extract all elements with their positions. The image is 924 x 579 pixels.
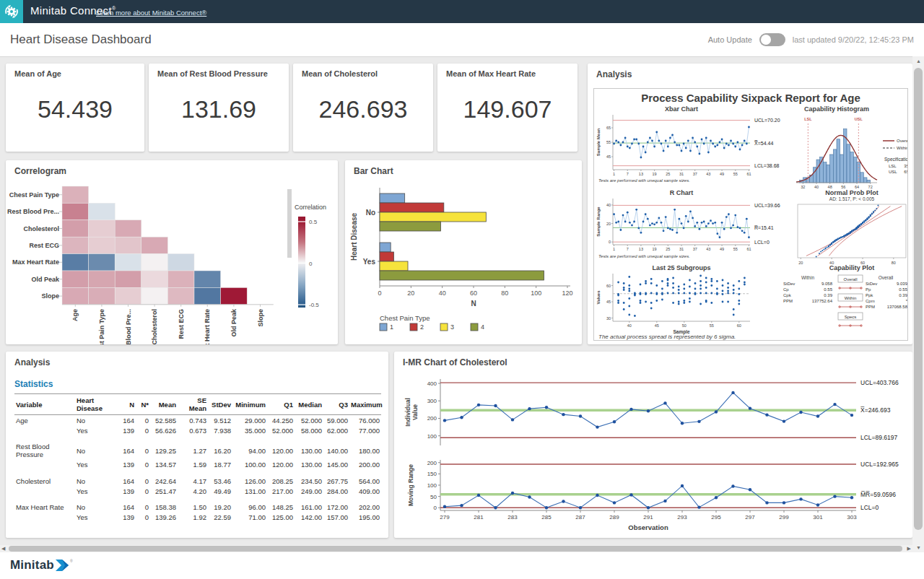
svg-text:3: 3 [450, 323, 454, 331]
svg-text:35: 35 [904, 164, 907, 168]
svg-text:Specifications: Specifications [884, 157, 907, 162]
last-updated-text: last updated 9/20/22, 12:45:23 PM [793, 35, 914, 44]
table-row: Yes1390134.571.5918.77100.00120.00130.00… [14, 460, 381, 470]
svg-text:Cholesterol: Cholesterol [23, 225, 59, 232]
stats-cell: 164 [118, 470, 136, 487]
vertical-scroll-thumb[interactable] [914, 68, 923, 530]
stats-col-header: N [118, 394, 136, 415]
svg-text:37: 37 [693, 247, 697, 251]
svg-text:32: 32 [801, 185, 805, 189]
stats-cell: 100.00 [232, 460, 267, 470]
svg-text:0: 0 [609, 240, 611, 244]
learn-more-link[interactable]: Learn more about Minitab Connect® [96, 9, 206, 17]
stats-cell: 76.000 [349, 415, 381, 426]
svg-text:297: 297 [745, 514, 755, 521]
stats-cell: 56.626 [150, 425, 178, 435]
svg-text:Chest Pain Type: Chest Pain Type [98, 309, 105, 344]
svg-text:Slope: Slope [41, 292, 59, 300]
svg-text:Rest ECG: Rest ECG [178, 309, 185, 339]
kpi-title: Mean of Rest Blood Pressure [157, 69, 268, 78]
svg-text:50: 50 [682, 323, 687, 328]
stats-cell: 242.64 [150, 470, 178, 487]
stats-cell: 16.20 [208, 435, 232, 460]
table-row: Rest Blood PressureNo1640129.251.2716.20… [14, 435, 381, 460]
svg-text:0: 0 [309, 261, 313, 267]
svg-text:0: 0 [434, 505, 437, 511]
svg-text:301: 301 [813, 514, 823, 521]
kpi-title: Mean of Max Heart Rate [446, 69, 536, 78]
svg-text:400: 400 [427, 380, 437, 387]
sixpack-title: Process Capability Sixpack Report for Ag… [594, 89, 907, 105]
svg-text:Within: Within [801, 275, 814, 280]
stats-cell: 0 [136, 435, 150, 460]
svg-text:R Chart: R Chart [670, 189, 694, 196]
svg-text:100: 100 [531, 290, 541, 297]
stats-col-header: Q1 [267, 394, 295, 415]
toggle-knob [761, 35, 771, 45]
svg-text:Capability Histogram: Capability Histogram [804, 105, 869, 113]
stats-cell: 234.50 [295, 470, 323, 487]
svg-text:283: 283 [507, 514, 518, 521]
svg-text:100: 100 [427, 433, 437, 440]
svg-text:Correlation: Correlation [295, 204, 326, 211]
svg-text:Overall: Overall [897, 139, 907, 143]
svg-text:60: 60 [606, 284, 611, 288]
panel-title: Analysis [596, 69, 632, 79]
stats-cell: 77.000 [349, 425, 381, 435]
svg-text:25: 25 [666, 172, 670, 176]
scroll-up-arrow[interactable]: ▲ [916, 58, 921, 64]
table-row: Yes1390251.474.2049.49131.00217.00249.00… [14, 486, 381, 496]
horizontal-scrollbar[interactable]: ◀ ▶ [0, 545, 912, 552]
stats-cell: 1.92 [178, 513, 208, 523]
auto-update-toggle[interactable] [759, 33, 785, 46]
stats-cell: 0 [136, 513, 150, 523]
svg-text:0.55: 0.55 [824, 287, 832, 292]
scroll-left-arrow[interactable]: ◀ [1, 546, 5, 552]
svg-text:Last 25 Subgroups: Last 25 Subgroups [652, 264, 710, 271]
stats-cell: 62.000 [323, 425, 349, 435]
stats-cell: 251.47 [150, 486, 178, 496]
stats-cell: 1.59 [178, 460, 208, 470]
svg-text:LCL=38.68: LCL=38.68 [754, 163, 780, 168]
scroll-right-arrow[interactable]: ▶ [907, 546, 911, 552]
stats-cell: 139 [118, 513, 136, 523]
horizontal-scroll-thumb[interactable] [9, 546, 902, 552]
stats-col-header: Minimum [232, 394, 267, 415]
stats-cell: No [75, 435, 118, 460]
svg-text:285: 285 [541, 514, 552, 521]
svg-text:19: 19 [653, 172, 657, 176]
svg-text:0.5: 0.5 [309, 219, 318, 225]
sixpack-report: Process Capability Sixpack Report for Ag… [593, 88, 908, 341]
stats-cell [14, 425, 75, 435]
svg-text:4: 4 [481, 323, 484, 331]
svg-text:65: 65 [904, 170, 907, 174]
svg-text:Chest Pain Type: Chest Pain Type [380, 314, 430, 322]
svg-text:Cpm: Cpm [866, 299, 875, 303]
svg-text:Individual: Individual [404, 398, 411, 427]
svg-text:M̅R̅=59.0596: M̅R̅=59.0596 [860, 491, 896, 498]
kpi-title: Mean of Cholesterol [302, 69, 378, 78]
stats-cell: 9.512 [208, 415, 232, 426]
svg-text:9.058: 9.058 [821, 282, 833, 286]
stats-cell: 145.00 [323, 460, 349, 470]
stats-cell: 202.00 [349, 496, 381, 513]
stats-cell: 120.00 [267, 435, 295, 460]
scroll-down-arrow[interactable]: ▼ [916, 545, 921, 550]
stats-cell: 125.00 [267, 513, 295, 523]
stats-cell: 142.00 [295, 513, 323, 523]
stats-cell: 94.00 [232, 435, 267, 460]
svg-text:Specs: Specs [845, 315, 857, 319]
svg-text:0.55: 0.55 [899, 287, 907, 292]
stats-cell: 164 [118, 415, 136, 426]
svg-text:61: 61 [746, 247, 751, 251]
stats-cell: 0 [136, 486, 150, 496]
svg-text:43: 43 [706, 172, 710, 176]
stats-col-header: Maximum [349, 394, 381, 415]
svg-text:7: 7 [627, 247, 629, 251]
svg-text:UCL=70.20: UCL=70.20 [754, 118, 780, 123]
stats-cell: 0 [136, 460, 150, 470]
stats-cell: No [75, 415, 118, 426]
stats-cell: 0 [136, 415, 150, 426]
svg-text:40: 40 [814, 185, 819, 189]
vertical-scrollbar[interactable]: ▲ ▼ [912, 56, 924, 552]
